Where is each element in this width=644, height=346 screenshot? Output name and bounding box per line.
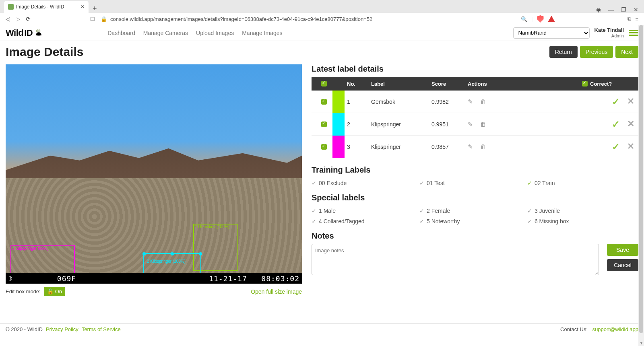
check-icon: ✓	[527, 180, 532, 186]
delete-icon[interactable]: 🗑	[480, 121, 486, 128]
row-no: 2	[347, 121, 371, 128]
table-row: 3 Klipspringer 0.9857 ✎🗑 ✓✕	[312, 136, 638, 158]
mark-incorrect-icon[interactable]: ✕	[627, 141, 634, 152]
color-swatch	[332, 91, 345, 113]
edit-box-mode-toggle[interactable]: 🔓 On	[44, 287, 65, 296]
contact-label: Contact Us:	[560, 326, 589, 332]
image-time: 08:03:02	[261, 274, 299, 283]
url-bar[interactable]: 🔒 console.wildid.app/management/images/d…	[101, 16, 515, 22]
nav-manage-images[interactable]: Manage Images	[242, 30, 282, 36]
special-juvenile[interactable]: ✓3 Juvenile	[527, 206, 635, 216]
zoom-icon[interactable]: 🔍	[521, 16, 527, 22]
notes-heading: Notes	[312, 231, 638, 241]
terms-link[interactable]: Terms of Service	[82, 326, 121, 332]
table-header: No. Label Score Actions Correct?	[312, 77, 638, 91]
back-button[interactable]: ◁	[6, 16, 10, 22]
previous-button[interactable]: Previous	[580, 46, 613, 58]
shield-icon[interactable]	[537, 15, 544, 23]
close-tab-icon[interactable]: ✕	[80, 4, 85, 10]
edit-icon[interactable]: ✎	[468, 143, 473, 150]
account-icon[interactable]: ◉	[596, 6, 601, 13]
check-icon: ✓	[419, 208, 424, 214]
th-actions: Actions	[468, 81, 528, 87]
edit-icon[interactable]: ✎	[468, 98, 473, 105]
bookmark-icon[interactable]: ☐	[90, 16, 95, 22]
training-exclude[interactable]: ✓00 Exclude	[312, 178, 419, 188]
annotated-image[interactable]: 1 Gemsbok (100%) 2 Klipspringer (100%) 3…	[6, 64, 302, 284]
delete-icon[interactable]: 🗑	[480, 98, 486, 105]
forward-button[interactable]: ▷	[16, 16, 20, 22]
unlock-icon: 🔓	[47, 288, 54, 295]
delete-icon[interactable]: 🗑	[480, 143, 486, 150]
special-missing-box[interactable]: ✓6 Missing box	[527, 216, 635, 227]
table-row: 2 Klipspringer 0.9951 ✎🗑 ✓✕	[312, 113, 638, 136]
select-all-checkbox[interactable]	[321, 81, 327, 86]
user-box[interactable]: Kate Tindall Admin	[594, 27, 624, 39]
training-train[interactable]: ✓02 Train	[527, 178, 635, 188]
mark-incorrect-icon[interactable]: ✕	[627, 119, 634, 130]
check-icon: ✓	[312, 218, 316, 224]
color-swatch	[332, 136, 345, 158]
copyright: © 2020 - WildID	[6, 326, 43, 332]
cancel-button[interactable]: Cancel	[607, 259, 638, 271]
mark-incorrect-icon[interactable]: ✕	[627, 96, 634, 107]
mark-correct-icon[interactable]: ✓	[612, 119, 620, 130]
special-female[interactable]: ✓2 Female	[419, 206, 527, 216]
logo[interactable]: WildID	[6, 28, 43, 38]
row-checkbox[interactable]	[321, 144, 327, 150]
menu-icon[interactable]: ≡	[635, 16, 638, 22]
next-button[interactable]: Next	[615, 46, 638, 58]
scroll-down-icon[interactable]: ▼	[640, 341, 643, 345]
edit-icon[interactable]: ✎	[468, 121, 473, 128]
row-checkbox[interactable]	[321, 122, 327, 127]
check-icon: ✓	[312, 180, 316, 186]
contact-email[interactable]: support@wildid.app	[592, 326, 638, 332]
close-window-icon[interactable]: ✕	[634, 6, 638, 13]
check-icon: ✓	[527, 208, 532, 214]
new-tab-button[interactable]: +	[89, 4, 101, 13]
reload-button[interactable]: ⟳	[26, 16, 31, 22]
image-date: 11-21-17	[209, 274, 247, 283]
hamburger-icon[interactable]	[629, 29, 638, 37]
row-no: 1	[347, 99, 371, 105]
save-button[interactable]: Save	[607, 244, 638, 256]
nav-dashboard[interactable]: Dashboard	[107, 30, 135, 36]
nav-upload-images[interactable]: Upload Images	[196, 30, 234, 36]
check-icon: ✓	[312, 208, 316, 214]
mark-correct-icon[interactable]: ✓	[612, 96, 620, 107]
moon-icon: ☽	[8, 274, 13, 283]
row-checkbox[interactable]	[321, 99, 327, 105]
minimize-icon[interactable]: —	[608, 6, 614, 13]
notes-textarea[interactable]	[312, 244, 599, 275]
user-name: Kate Tindall	[594, 27, 624, 33]
row-score: 0.9951	[431, 121, 468, 128]
special-male[interactable]: ✓1 Male	[312, 206, 419, 216]
open-full-size-link[interactable]: Open full size image	[251, 288, 302, 295]
scrollbar-thumb[interactable]	[639, 25, 643, 333]
return-button[interactable]: Return	[549, 46, 578, 58]
training-test[interactable]: ✓01 Test	[419, 178, 527, 188]
pip-icon[interactable]: ⧉	[627, 16, 631, 22]
url-text: console.wildid.app/management/images/det…	[110, 16, 372, 22]
project-select[interactable]: NamibRand	[513, 27, 590, 39]
row-label: Klipspringer	[371, 121, 431, 128]
special-labels-heading: Special labels	[312, 193, 638, 202]
scrollbar[interactable]: ▲ ▼	[638, 25, 644, 346]
image-metadata-bar: ☽ 069F 11-21-17 08:03:02	[6, 273, 302, 284]
mark-correct-icon[interactable]: ✓	[612, 141, 620, 152]
browser-tab[interactable]: Image Details - WildID ✕	[4, 1, 89, 13]
maximize-icon[interactable]: ❐	[621, 6, 626, 13]
special-collared[interactable]: ✓4 Collared/Tagged	[312, 216, 419, 227]
page-title: Image Details	[6, 45, 83, 59]
privacy-link[interactable]: Privacy Policy	[46, 326, 78, 332]
nav-manage-cameras[interactable]: Manage Cameras	[143, 30, 188, 36]
window-controls: ◉ — ❐ ✕	[596, 6, 644, 13]
th-score: Score	[431, 81, 468, 87]
edit-box-mode-label: Edit box mode:	[6, 288, 41, 295]
label-table: No. Label Score Actions Correct? 1 Gemsb…	[312, 77, 638, 158]
special-noteworthy[interactable]: ✓5 Noteworthy	[419, 216, 527, 227]
user-role: Admin	[594, 33, 624, 39]
bbox-2-label: 2 Klipspringer (100%)	[146, 259, 187, 264]
extension-icon[interactable]	[548, 16, 555, 22]
correct-all-checkbox[interactable]	[582, 81, 588, 86]
